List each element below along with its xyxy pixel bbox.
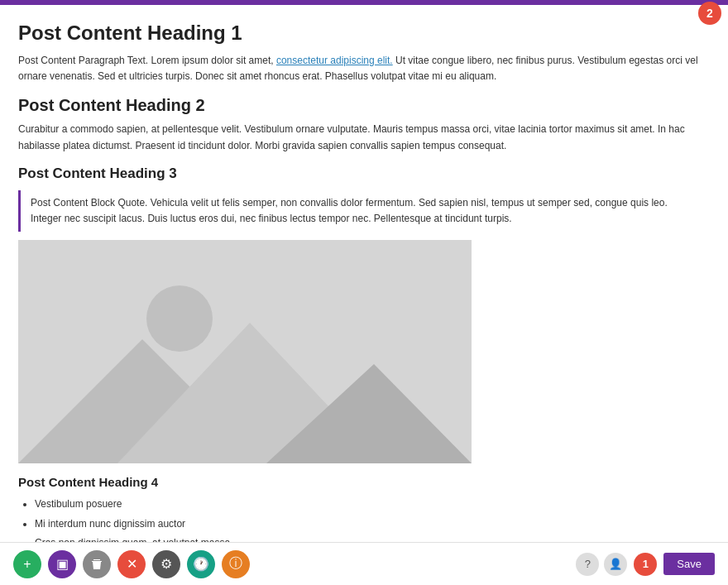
toolbar-right-icons: ? 👤 [576,553,627,576]
add-button[interactable]: + [13,550,41,578]
help-icon-circle[interactable]: ? [576,553,599,576]
post-heading-3: Post Content Heading 3 [18,165,710,182]
bottom-toolbar: + ▣ ✕ ⚙ 🕐 ⓘ ? 👤 1 Save [0,542,728,585]
top-bar [0,0,728,5]
notification-badge-top: 2 [698,2,721,25]
main-content: Post Content Heading 1 Post Content Para… [0,5,728,585]
toolbar-left-group: + ▣ ✕ ⚙ 🕐 ⓘ [13,550,250,578]
post-paragraph-2: Curabitur a commodo sapien, at pellentes… [18,122,710,153]
toolbar-right-group: ? 👤 1 Save [576,553,715,576]
settings-button[interactable]: ⚙ [152,550,180,578]
block-quote: Post Content Block Quote. Vehicula velit… [18,190,710,232]
user-icon-circle[interactable]: 👤 [604,553,627,576]
close-button[interactable]: ✕ [117,550,146,578]
list-item: Mi interdum nunc dignissim auctor [35,515,710,534]
post-heading-2: Post Content Heading 2 [18,96,710,115]
delete-button[interactable] [83,550,111,578]
post-image [18,240,472,463]
list-item: Vestibulum posuere [35,496,710,514]
post-heading-4: Post Content Heading 4 [18,475,710,489]
trash-icon [90,558,103,571]
save-button[interactable]: Save [663,553,715,575]
layout-button[interactable]: ▣ [48,550,76,578]
paragraph-link[interactable]: consectetur adipiscing elit. [276,55,393,66]
post-paragraph-1: Post Content Paragraph Text. Lorem ipsum… [18,53,710,84]
clock-button[interactable]: 🕐 [187,550,215,578]
notification-badge-one: 1 [634,553,657,576]
info-button[interactable]: ⓘ [222,550,250,578]
svg-point-4 [146,285,213,352]
post-heading-1: Post Content Heading 1 [18,22,710,45]
